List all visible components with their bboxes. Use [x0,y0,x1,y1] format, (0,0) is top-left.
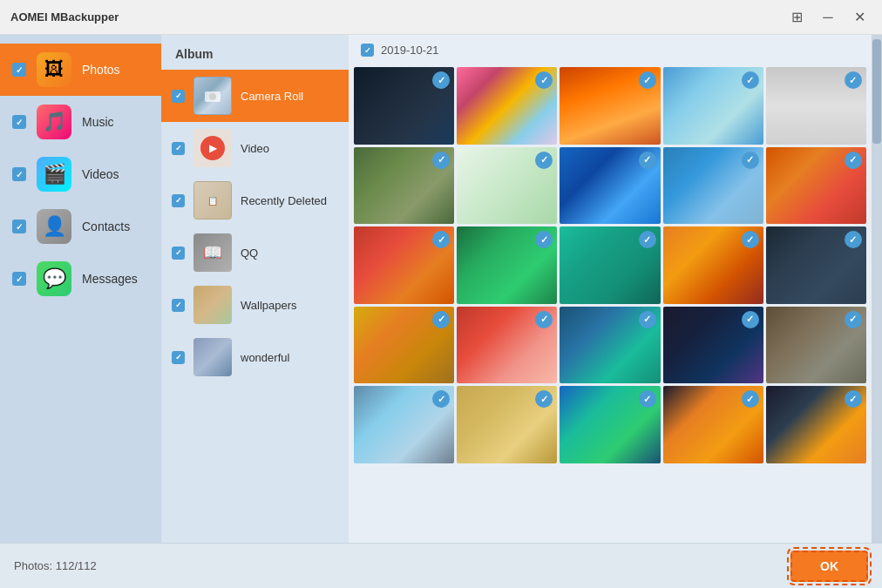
photos-label: Photos [82,63,120,77]
photo-check-icon [639,71,656,89]
menu-icon: ⊞ [791,9,803,25]
photo-check-icon [639,311,656,328]
qq-label: QQ [241,247,258,260]
app-title: AOMEI MBackupper [10,10,784,24]
photo-panel: 2019-10-21 [349,35,872,543]
photo-check-icon [742,71,759,89]
sidebar-item-contacts[interactable]: 👤 Contacts [0,200,161,253]
video-thumb: ▶ [193,129,232,167]
sidebar-item-photos[interactable]: 🖼 Photos [0,44,161,96]
photo-check-icon [432,152,450,169]
photo-cell[interactable] [766,226,866,304]
photo-cell[interactable] [766,307,866,384]
recently-deleted-label: Recently Deleted [241,194,327,207]
photo-cell[interactable] [560,386,660,463]
photo-cell[interactable] [766,147,866,225]
photo-cell[interactable] [457,147,557,225]
photo-cell[interactable] [560,307,660,384]
minimize-icon: ─ [823,10,832,25]
photo-cell[interactable] [354,307,454,384]
music-check [12,115,26,129]
album-item-qq[interactable]: 📖 QQ [161,226,349,279]
photo-check-icon [432,311,450,328]
videos-check [12,167,26,181]
photo-cell[interactable] [457,67,557,145]
photo-check-icon [639,390,656,408]
photo-cell[interactable] [560,226,660,304]
album-item-wonderful[interactable]: wonderful [161,331,349,383]
photo-cell[interactable] [766,67,866,145]
photo-cell[interactable] [663,307,763,384]
photo-check-icon [742,152,759,169]
camera-roll-thumb [193,77,232,115]
album-item-video[interactable]: ▶ Video [161,122,349,174]
sidebar: 🖼 Photos 🎵 Music 🎬 Videos 👤 Contacts [0,35,161,543]
messages-check [12,272,26,286]
qq-check [172,247,185,260]
photo-cell[interactable] [457,386,557,463]
recently-deleted-thumb: 📋 [193,181,232,220]
contacts-check [12,220,26,233]
photo-cell[interactable] [663,226,763,304]
photo-date-header: 2019-10-21 [349,35,872,65]
photo-check-icon [845,71,862,89]
wonderful-check [172,351,185,364]
photo-count: Photos: 112/112 [14,559,790,572]
photo-cell[interactable] [457,307,557,384]
music-label: Music [82,115,114,129]
photo-cell[interactable] [354,147,454,225]
date-label: 2019-10-21 [381,44,439,57]
bottom-bar: Photos: 112/112 OK [0,543,882,588]
date-check[interactable] [361,44,374,57]
videos-label: Videos [82,167,119,181]
messages-icon: 💬 [37,261,71,296]
photos-icon: 🖼 [37,52,71,87]
menu-button[interactable]: ⊞ [784,5,809,30]
wallpapers-thumb [193,286,232,324]
photo-check-icon [845,311,862,328]
scrollbar-thumb[interactable] [872,39,881,144]
videos-icon: 🎬 [37,157,71,192]
photo-cell[interactable] [663,386,763,463]
photo-cell[interactable] [663,147,763,225]
photo-check-icon [639,152,656,169]
window-controls: ⊞ ─ ✕ [784,5,872,30]
wonderful-thumb [193,338,232,376]
scrollbar[interactable] [872,35,882,543]
photo-cell[interactable] [560,147,660,225]
main-container: 🖼 Photos 🎵 Music 🎬 Videos 👤 Contacts [0,35,882,543]
photo-cell[interactable] [663,67,763,145]
album-item-recently-deleted[interactable]: 📋 Recently Deleted [161,174,349,226]
photo-cell[interactable] [766,386,866,463]
album-panel: Album Camera Roll ▶ Video 📋 Re [161,35,349,543]
sidebar-item-music[interactable]: 🎵 Music [0,96,161,148]
music-icon: 🎵 [37,105,71,139]
wallpapers-check [172,299,185,312]
photo-cell[interactable] [560,67,660,145]
sidebar-item-messages[interactable]: 💬 Messages [0,253,161,305]
close-button[interactable]: ✕ [847,5,872,30]
photo-grid [349,65,872,543]
photo-cell[interactable] [354,226,454,304]
contacts-icon: 👤 [37,209,71,244]
sidebar-item-videos[interactable]: 🎬 Videos [0,148,161,200]
minimize-button[interactable]: ─ [816,5,840,30]
contacts-label: Contacts [82,220,130,233]
qq-thumb: 📖 [193,233,232,272]
title-bar: AOMEI MBackupper ⊞ ─ ✕ [0,0,882,35]
photo-check-icon [742,311,759,328]
album-item-wallpapers[interactable]: Wallpapers [161,279,349,331]
photo-check-icon [535,152,553,169]
camera-roll-check [172,90,185,103]
ok-button[interactable]: OK [790,551,868,582]
photo-cell[interactable] [354,67,454,145]
messages-label: Messages [82,272,138,286]
photo-cell[interactable] [354,386,454,463]
photo-cell[interactable] [457,226,557,304]
photos-check [12,63,26,77]
svg-point-1 [209,93,216,100]
photo-check-icon [845,152,862,169]
album-item-camera-roll[interactable]: Camera Roll [161,70,349,122]
close-icon: ✕ [854,9,865,25]
photo-check-icon [639,231,656,248]
